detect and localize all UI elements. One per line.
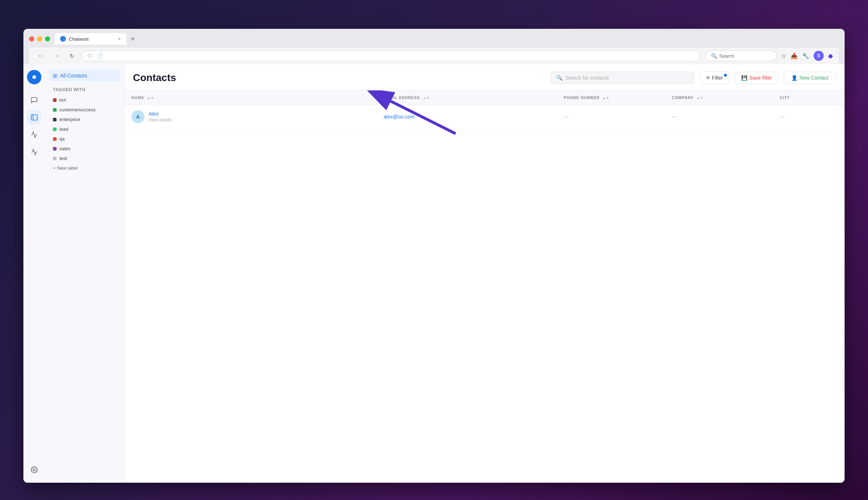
contacts-table-body: A Alex View details alex@oo.com --- --- … [124,105,845,129]
sidebar-label-test[interactable]: test [49,153,120,163]
refresh-button[interactable]: ↻ [67,51,77,61]
minimize-window-button[interactable] [37,36,42,41]
main-header: Contacts 🔍 Search for contacts ≡ Filter … [124,64,845,90]
all-contacts-grid-icon: ⊞ [53,73,57,79]
shield-icon: 🛡 [88,53,93,59]
rail-reports-icon[interactable] [27,128,41,142]
browser-search-bar[interactable]: 🔍 Search [705,50,777,61]
address-bar[interactable]: 🛡 📄 [81,50,701,61]
contact-email-cell: alex@oo.com [376,105,556,129]
label-dot-bot [53,98,57,102]
filter-icon: ≡ [706,75,710,81]
name-sort-icon[interactable]: ▲▼ [147,97,154,100]
browser-search-text: Search [719,53,734,59]
filter-active-dot [724,74,727,77]
maximize-window-button[interactable] [45,36,50,41]
filter-label: Filter [712,75,723,81]
chatwoot-icon[interactable]: ◆ [828,52,833,60]
tagged-with-section: Tagged with [49,83,120,95]
contact-company-cell: --- [665,105,773,129]
col-city[interactable]: CITY [773,90,845,105]
bookmark-icon[interactable]: ☆ [781,53,786,59]
new-label-button[interactable]: + New label [49,163,120,173]
filter-button[interactable]: ≡ Filter [700,71,729,84]
tab-close-button[interactable]: × [118,36,121,41]
contact-name-cell: A Alex View details [124,105,376,129]
new-contact-label: New Contact [800,75,828,81]
label-name-customersuccess: customersuccess [59,107,95,112]
traffic-lights [29,36,50,41]
tab-bar: Chatwoot × + [54,33,839,45]
annotation-arrow [124,90,845,483]
contacts-table-container: NAME ▲▼ EMAIL ADDRESS ▲▼ PHONE NUMBER ▲▼ [124,90,845,483]
search-icon: 🔍 [711,53,717,59]
browser-tab[interactable]: Chatwoot × [54,33,126,45]
label-dot-lead [53,128,57,131]
svg-point-1 [32,75,36,79]
sidebar-label-qa[interactable]: qa [49,134,120,144]
contact-email[interactable]: alex@oo.com [384,114,415,120]
col-phone[interactable]: PHONE NUMBER ▲▼ [556,90,665,105]
contacts-search-placeholder: Search for contacts [565,75,609,81]
label-name-test: test [59,156,67,161]
label-dot-enterprice [53,118,57,121]
contact-company: --- [672,114,677,120]
save-icon: 💾 [741,75,747,81]
save-filter-button[interactable]: 💾 Save filter [735,72,778,84]
contact-phone: --- [564,114,569,120]
label-name-qa: qa [59,136,64,142]
sidebar-item-all-contacts[interactable]: ⊞ All Contacts [49,70,120,81]
tab-title: Chatwoot [69,36,89,42]
new-tab-button[interactable]: + [128,34,138,45]
contact-view-details[interactable]: View details [149,117,172,122]
company-sort-icon[interactable]: ▲▼ [697,97,703,100]
label-dot-qa [53,137,57,141]
user-avatar[interactable]: S [814,51,824,61]
save-filter-label: Save filter [750,75,772,81]
all-contacts-label: All Contacts [60,73,87,79]
label-dot-customersuccess [53,108,57,112]
search-bar-icon: 🔍 [556,75,563,81]
pocket-icon[interactable]: 📥 [791,53,798,59]
main-content: Contacts 🔍 Search for contacts ≡ Filter … [124,64,845,483]
contacts-table: NAME ▲▼ EMAIL ADDRESS ▲▼ PHONE NUMBER ▲▼ [124,90,845,129]
svg-point-4 [33,469,35,471]
sidebar-label-sales[interactable]: sales [49,144,120,153]
sidebar-label-lead[interactable]: lead [49,124,120,134]
label-name-sales: sales [59,146,70,151]
new-contact-icon: 👤 [791,75,797,81]
sidebar-label-enterprice[interactable]: enterprice [49,115,120,124]
close-window-button[interactable] [29,36,34,41]
col-name[interactable]: NAME ▲▼ [124,90,376,105]
contact-name[interactable]: Alex [149,111,172,117]
extensions-icon[interactable]: 🔧 [802,53,809,59]
back-button[interactable]: ← [35,51,46,61]
page-title: Contacts [133,72,176,84]
label-dot-sales [53,147,57,151]
sidebar-label-customersuccess[interactable]: customersuccess [49,105,120,115]
col-email[interactable]: EMAIL ADDRESS ▲▼ [376,90,556,105]
icon-rail [23,64,45,483]
svg-rect-2 [31,115,37,120]
col-company[interactable]: COMPANY ▲▼ [665,90,773,105]
label-name-bot: bot [59,97,66,103]
table-row[interactable]: A Alex View details alex@oo.com --- --- … [124,105,845,129]
rail-conversations-icon[interactable] [27,93,41,107]
phone-sort-icon[interactable]: ▲▼ [603,97,609,100]
doc-icon: 📄 [97,53,103,59]
rail-settings-icon[interactable] [27,463,41,477]
rail-contacts-icon[interactable] [27,110,41,125]
rail-campaigns-icon[interactable] [27,145,41,159]
email-sort-icon[interactable]: ▲▼ [423,97,430,100]
labels-list: bot customersuccess enterprice lead qa s… [49,95,120,163]
contacts-search-bar[interactable]: 🔍 Search for contacts [550,72,694,84]
label-name-enterprice: enterprice [59,117,80,122]
tab-favicon-icon [60,36,66,42]
browser-toolbar-icons: ☆ 📥 🔧 S ◆ [781,51,833,61]
sidebar: ⊞ All Contacts Tagged with bot customers… [45,64,124,483]
new-contact-button[interactable]: 👤 New Contact [784,72,836,84]
forward-button[interactable]: → [51,51,62,61]
contact-city: --- [780,114,785,120]
sidebar-label-bot[interactable]: bot [49,95,120,105]
contact-phone-cell: --- [556,105,665,129]
